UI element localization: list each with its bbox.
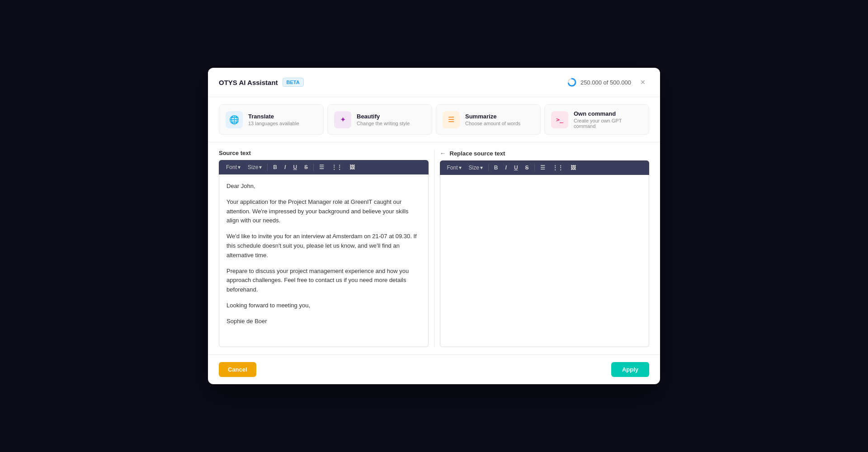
unordered-list-button-replace[interactable]: ⋮⋮: [550, 163, 566, 172]
feature-cards: 🌐 Translate 13 languages available ✦ Bea…: [208, 97, 660, 142]
source-toolbar: Font ▾ Size ▾ B I U S ☰ ⋮⋮ 🖼: [219, 160, 429, 174]
app-title: OTYS AI Assistant: [219, 79, 278, 86]
chevron-down-icon-replace: ▾: [459, 165, 462, 171]
font-dropdown-source[interactable]: Font ▾: [223, 163, 243, 172]
unordered-list-button-source[interactable]: ⋮⋮: [329, 163, 345, 172]
toolbar-separator-1: [267, 164, 268, 171]
beautify-subtitle: Change the writing style: [357, 121, 410, 126]
bold-button-replace[interactable]: B: [491, 163, 501, 172]
replace-pane: ← Replace source text Font ▾ Size ▾ B I: [434, 150, 650, 347]
command-subtitle: Create your own GPT command: [574, 118, 642, 129]
ordered-list-button-replace[interactable]: ☰: [538, 163, 548, 172]
underline-button-replace[interactable]: U: [511, 163, 521, 172]
source-editor-content[interactable]: Dear John,Your application for the Proje…: [219, 174, 429, 347]
header-right: 250.000 of 500.000 ×: [567, 76, 649, 89]
summarize-subtitle: Choose amount of words: [465, 121, 520, 126]
beta-badge: BETA: [283, 78, 304, 87]
ordered-list-button-source[interactable]: ☰: [316, 163, 327, 172]
replace-toolbar: Font ▾ Size ▾ B I U S ☰ ⋮⋮ 🖼: [440, 160, 650, 175]
summarize-title: Summarize: [465, 113, 520, 120]
size-dropdown-replace[interactable]: Size ▾: [466, 163, 486, 172]
source-pane: Source text Font ▾ Size ▾ B I U S: [219, 150, 434, 347]
strikethrough-button-source[interactable]: S: [302, 163, 311, 172]
summarize-icon: ☰: [443, 111, 460, 128]
translate-title: Translate: [248, 113, 299, 120]
italic-button-replace[interactable]: I: [503, 163, 509, 172]
beautify-title: Beautify: [357, 113, 410, 120]
image-button-replace[interactable]: 🖼: [568, 163, 579, 172]
font-dropdown-replace[interactable]: Font ▾: [444, 163, 464, 172]
apply-button[interactable]: Apply: [611, 362, 649, 377]
toolbar-separator-4: [534, 164, 535, 171]
chevron-down-icon-size: ▾: [259, 164, 262, 170]
ai-assistant-modal: OTYS AI Assistant BETA 250.000 of 500.00…: [208, 68, 660, 384]
strikethrough-button-replace[interactable]: S: [523, 163, 532, 172]
usage-indicator: 250.000 of 500.000: [567, 77, 631, 87]
feature-card-beautify[interactable]: ✦ Beautify Change the writing style: [327, 104, 432, 135]
modal-header: OTYS AI Assistant BETA 250.000 of 500.00…: [208, 68, 660, 97]
underline-button-source[interactable]: U: [290, 163, 300, 172]
source-label: Source text: [219, 150, 429, 156]
command-title: Own command: [574, 110, 642, 117]
beautify-icon: ✦: [334, 111, 351, 128]
translate-subtitle: 13 languages available: [248, 121, 299, 126]
editor-section: Source text Font ▾ Size ▾ B I U S: [208, 142, 660, 347]
cancel-button[interactable]: Cancel: [219, 362, 256, 377]
close-button[interactable]: ×: [637, 76, 649, 89]
toolbar-separator-2: [313, 164, 314, 171]
replace-label: ← Replace source text: [440, 150, 650, 157]
translate-icon: 🌐: [226, 111, 243, 128]
feature-card-translate[interactable]: 🌐 Translate 13 languages available: [219, 104, 324, 135]
usage-circle-icon: [567, 77, 577, 87]
bold-button-source[interactable]: B: [270, 163, 280, 172]
back-arrow-icon: ←: [440, 150, 446, 157]
replace-editor-content[interactable]: [440, 175, 650, 347]
chevron-down-icon-size-replace: ▾: [480, 165, 483, 171]
feature-card-summarize[interactable]: ☰ Summarize Choose amount of words: [436, 104, 541, 135]
image-button-source[interactable]: 🖼: [347, 163, 358, 172]
command-icon: >_: [551, 111, 568, 128]
header-left: OTYS AI Assistant BETA: [219, 78, 304, 87]
modal-footer: Cancel Apply: [208, 354, 660, 384]
italic-button-source[interactable]: I: [282, 163, 288, 172]
feature-card-command[interactable]: >_ Own command Create your own GPT comma…: [544, 104, 649, 135]
toolbar-separator-3: [488, 164, 489, 171]
size-dropdown-source[interactable]: Size ▾: [245, 163, 264, 172]
chevron-down-icon: ▾: [238, 164, 241, 170]
usage-text: 250.000 of 500.000: [580, 79, 631, 86]
